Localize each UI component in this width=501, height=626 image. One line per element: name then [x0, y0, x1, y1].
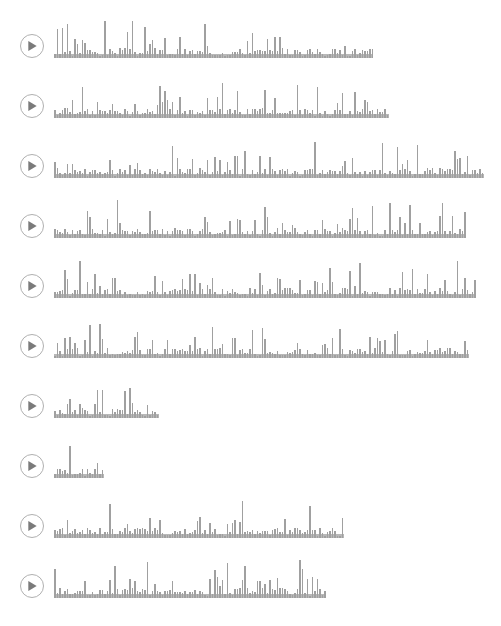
svg-marker-3 — [28, 221, 36, 231]
play-icon — [28, 221, 37, 231]
track-row — [20, 560, 501, 598]
svg-marker-7 — [28, 461, 36, 471]
svg-marker-8 — [28, 521, 36, 531]
play-button[interactable] — [20, 34, 44, 58]
track-row — [20, 200, 501, 238]
waveform[interactable] — [54, 140, 484, 178]
track-row — [20, 140, 501, 178]
waveform[interactable] — [54, 80, 389, 118]
waveform[interactable] — [54, 380, 159, 418]
play-icon — [28, 101, 37, 111]
play-icon — [28, 281, 37, 291]
play-icon — [28, 581, 37, 591]
play-icon — [28, 161, 37, 171]
svg-marker-1 — [28, 101, 36, 111]
play-icon — [28, 461, 37, 471]
play-button[interactable] — [20, 514, 44, 538]
play-button[interactable] — [20, 154, 44, 178]
play-button[interactable] — [20, 574, 44, 598]
svg-marker-4 — [28, 281, 36, 291]
play-button[interactable] — [20, 214, 44, 238]
track-row — [20, 440, 501, 478]
waveform[interactable] — [54, 440, 104, 478]
play-icon — [28, 521, 37, 531]
tracks-list — [20, 20, 501, 598]
waveform[interactable] — [54, 560, 326, 598]
track-row — [20, 500, 501, 538]
svg-marker-6 — [28, 401, 36, 411]
track-row — [20, 20, 501, 58]
play-icon — [28, 41, 37, 51]
play-button[interactable] — [20, 394, 44, 418]
svg-marker-2 — [28, 161, 36, 171]
svg-marker-9 — [28, 581, 36, 591]
svg-marker-5 — [28, 341, 36, 351]
waveform[interactable] — [54, 260, 476, 298]
waveform[interactable] — [54, 200, 466, 238]
play-icon — [28, 401, 37, 411]
waveform[interactable] — [54, 500, 344, 538]
track-row — [20, 380, 501, 418]
play-button[interactable] — [20, 334, 44, 358]
track-row — [20, 320, 501, 358]
waveform[interactable] — [54, 20, 372, 58]
play-button[interactable] — [20, 94, 44, 118]
play-button[interactable] — [20, 454, 44, 478]
svg-marker-0 — [28, 41, 36, 51]
waveform[interactable] — [54, 320, 469, 358]
play-button[interactable] — [20, 274, 44, 298]
track-row — [20, 80, 501, 118]
track-row — [20, 260, 501, 298]
play-icon — [28, 341, 37, 351]
